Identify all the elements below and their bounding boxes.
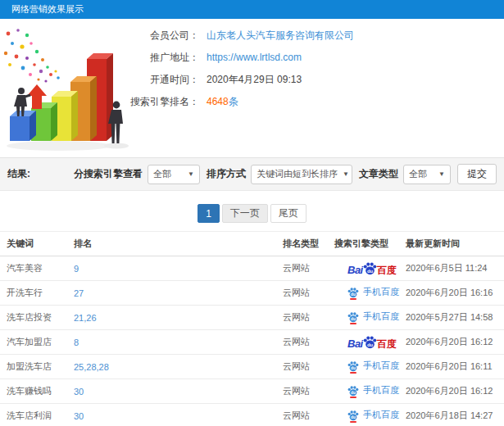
info-section: 会员公司： 山东老人头汽车服务咨询有限公司 推广地址： https://www.… xyxy=(0,19,504,157)
page-button-1[interactable]: 1 xyxy=(198,204,220,223)
cell-engine: Baidu百度 xyxy=(328,330,399,355)
open-time-value: 2020年4月29日 09:13 xyxy=(207,74,302,86)
mobile-baidu-logo: du手机百度 xyxy=(347,310,399,323)
site-link[interactable]: https://www.lrtlsd.com xyxy=(207,52,302,64)
cell-rank-type: 云网站 xyxy=(276,281,328,306)
cell-updated: 2020年6月20日 16:12 xyxy=(399,330,504,355)
table-row: 洗车店利润 30 云网站 du手机百度 2020年6月18日 14:27 xyxy=(0,404,504,426)
cell-rank-type: 云网站 xyxy=(276,404,328,426)
cell-rank-type: 云网站 xyxy=(276,355,328,379)
mobile-baidu-logo: du手机百度 xyxy=(347,384,399,397)
pagination: 1 下一页 尾页 xyxy=(0,204,504,223)
cell-keyword: 洗车店投资 xyxy=(0,306,67,330)
cell-rank[interactable]: 8 xyxy=(67,330,276,355)
baidu-pc-logo: Baidu百度 xyxy=(347,335,397,349)
col-rank-type: 排名类型 xyxy=(276,232,328,256)
baidu-paw-icon: du xyxy=(347,385,359,397)
cell-updated: 2020年6月20日 16:12 xyxy=(399,379,504,404)
article-type-selected: 全部 xyxy=(409,168,427,180)
result-label: 结果: xyxy=(7,167,30,181)
table-body: 汽车美容 9 云网站 Baidu百度 2020年6月5日 11:24 开洗车行 … xyxy=(0,256,504,426)
baidu-paw-icon: du xyxy=(347,410,359,421)
svg-text:du: du xyxy=(367,269,374,274)
baidu-paw-icon: du xyxy=(347,360,359,372)
col-engine-type: 搜索引擎类型 xyxy=(328,232,399,256)
cell-rank[interactable]: 21,26 xyxy=(67,306,276,330)
cell-keyword: 汽车加盟店 xyxy=(0,330,67,355)
article-type-select[interactable]: 全部 ▼ xyxy=(403,165,451,184)
svg-text:du: du xyxy=(351,366,356,370)
cell-keyword: 洗车店利润 xyxy=(0,404,67,426)
svg-text:du: du xyxy=(351,292,356,297)
cell-keyword: 开洗车行 xyxy=(0,281,67,306)
submit-button[interactable]: 提交 xyxy=(457,164,497,184)
cell-engine: Baidu百度 xyxy=(328,256,399,281)
svg-text:du: du xyxy=(351,317,356,321)
company-link[interactable]: 山东老人头汽车服务咨询有限公司 xyxy=(207,29,354,42)
engine-rank-number: 4648 xyxy=(207,96,229,107)
baidu-paw-icon: du xyxy=(347,287,359,298)
chevron-down-icon: ▼ xyxy=(338,170,349,178)
cell-rank[interactable]: 9 xyxy=(67,256,276,281)
cell-rank[interactable]: 30 xyxy=(67,404,276,426)
results-table: 关键词 排名 排名类型 搜索引擎类型 最新更新时间 汽车美容 9 云网站 Bai… xyxy=(0,231,504,426)
baidu-paw-icon: du xyxy=(363,335,377,349)
mobile-baidu-logo: du手机百度 xyxy=(347,360,399,372)
cell-engine: du手机百度 xyxy=(328,306,399,330)
table-row: 洗车赚钱吗 30 云网站 du手机百度 2020年6月20日 16:12 xyxy=(0,379,504,404)
engine-filter-select[interactable]: 全部 ▼ xyxy=(148,165,200,184)
sort-label: 排序方式 xyxy=(207,167,246,181)
cell-rank-type: 云网站 xyxy=(276,256,328,281)
table-row: 汽车美容 9 云网站 Baidu百度 2020年6月5日 11:24 xyxy=(0,256,504,281)
page: 网络营销效果展示 xyxy=(0,0,504,426)
svg-text:du: du xyxy=(351,391,356,395)
col-keyword: 关键词 xyxy=(0,232,67,256)
cell-engine: du手机百度 xyxy=(328,404,399,426)
filter-controls: 分搜索引擎查看 全部 ▼ 排序方式 关键词由短到长排序 ▼ 文章类型 全部 ▼ … xyxy=(67,164,497,184)
cell-keyword: 汽车美容 xyxy=(0,256,67,281)
cell-rank[interactable]: 25,28,28 xyxy=(67,355,276,379)
cell-engine: du手机百度 xyxy=(328,281,399,306)
svg-text:du: du xyxy=(351,415,356,419)
table-row: 加盟洗车店 25,28,28 云网站 du手机百度 2020年6月20日 16:… xyxy=(0,355,504,379)
article-type-label: 文章类型 xyxy=(359,167,398,181)
next-page-button[interactable]: 下一页 xyxy=(222,204,268,223)
cell-updated: 2020年6月5日 11:24 xyxy=(399,256,504,281)
filter-bar: 结果: 分搜索引擎查看 全部 ▼ 排序方式 关键词由短到长排序 ▼ 文章类型 全… xyxy=(0,157,504,191)
engine-filter-label: 分搜索引擎查看 xyxy=(74,167,143,181)
cell-updated: 2020年6月20日 16:11 xyxy=(399,355,504,379)
col-updated: 最新更新时间 xyxy=(399,232,504,256)
baidu-paw-icon: du xyxy=(347,311,359,323)
cell-updated: 2020年6月20日 16:16 xyxy=(399,281,504,306)
cell-keyword: 加盟洗车店 xyxy=(0,355,67,379)
engine-filter-selected: 全部 xyxy=(153,168,171,180)
cell-rank-type: 云网站 xyxy=(276,330,328,355)
cell-rank-type: 云网站 xyxy=(276,379,328,404)
cell-rank[interactable]: 27 xyxy=(67,281,276,306)
cell-engine: du手机百度 xyxy=(328,355,399,379)
header-bar: 网络营销效果展示 xyxy=(0,0,504,19)
cell-keyword: 洗车赚钱吗 xyxy=(0,379,67,404)
engine-rank-value: 4648条 xyxy=(207,96,238,108)
sort-selected: 关键词由短到长排序 xyxy=(257,168,338,180)
last-page-button[interactable]: 尾页 xyxy=(270,204,306,223)
col-rank: 排名 xyxy=(67,232,276,256)
sort-select[interactable]: 关键词由短到长排序 ▼ xyxy=(251,165,352,184)
table-row: 洗车店投资 21,26 云网站 du手机百度 2020年5月27日 14:58 xyxy=(0,306,504,330)
confetti-dots xyxy=(4,29,60,82)
mobile-baidu-logo: du手机百度 xyxy=(347,409,399,421)
page-title: 网络营销效果展示 xyxy=(11,3,84,16)
baidu-paw-icon: du xyxy=(363,261,377,275)
cell-rank[interactable]: 30 xyxy=(67,379,276,404)
cell-rank-type: 云网站 xyxy=(276,306,328,330)
cell-updated: 2020年5月27日 14:58 xyxy=(399,306,504,330)
svg-text:du: du xyxy=(367,342,374,347)
table-row: 汽车加盟店 8 云网站 Baidu百度 2020年6月20日 16:12 xyxy=(0,330,504,355)
bar-chart-illustration-image xyxy=(0,22,133,157)
table-header-row: 关键词 排名 排名类型 搜索引擎类型 最新更新时间 xyxy=(0,232,504,256)
chevron-down-icon: ▼ xyxy=(183,170,194,178)
chevron-down-icon: ▼ xyxy=(434,170,445,178)
baidu-pc-logo: Baidu百度 xyxy=(347,261,397,275)
table-row: 开洗车行 27 云网站 du手机百度 2020年6月20日 16:16 xyxy=(0,281,504,306)
cell-engine: du手机百度 xyxy=(328,379,399,404)
